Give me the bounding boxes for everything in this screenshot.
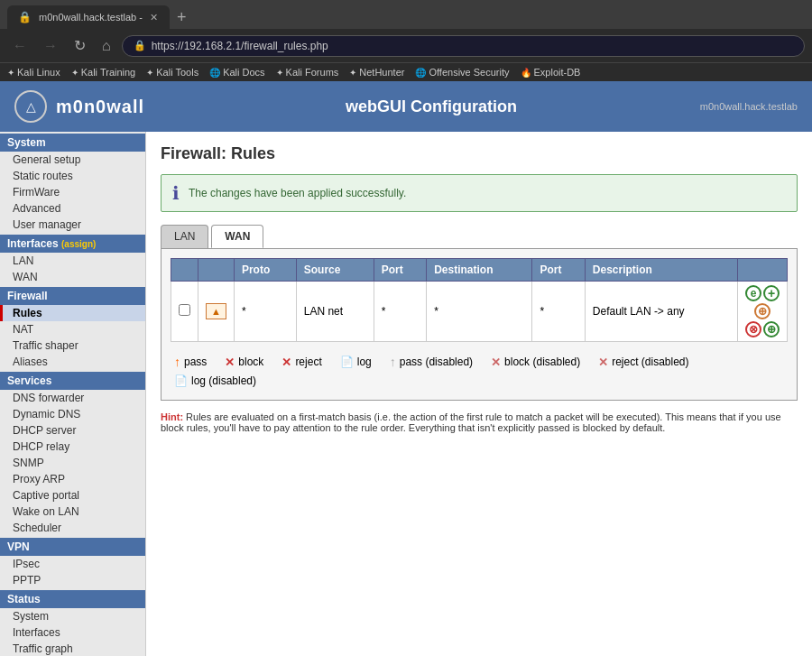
sidebar-item-wake-on-lan[interactable]: Wake on LAN xyxy=(0,504,145,520)
forward-button[interactable]: → xyxy=(38,35,63,57)
sidebar-item-scheduler[interactable]: Scheduler xyxy=(0,520,145,536)
rules-table: Proto Source Port Destination Port Descr… xyxy=(171,258,788,342)
main-content: Firewall: Rules ℹ The changes have been … xyxy=(146,132,812,656)
kali-forums-icon: ✦ xyxy=(276,68,283,78)
sidebar-section-firewall: Firewall xyxy=(0,287,145,305)
bookmark-kali-training[interactable]: ✦ Kali Training xyxy=(71,67,136,78)
sidebar-item-traffic-graph[interactable]: Traffic graph xyxy=(0,641,145,656)
success-text: The changes have been applied successful… xyxy=(189,187,406,199)
row-source: LAN net xyxy=(296,282,374,342)
kali-training-icon: ✦ xyxy=(71,68,78,78)
log-doc-icon: 📄 xyxy=(340,356,354,368)
col-proto: Proto xyxy=(234,259,296,282)
sidebar-section-interfaces: Interfaces (assign) xyxy=(0,235,145,253)
move-rule-button[interactable]: ⊕ xyxy=(763,321,780,337)
pass-arrow-icon: ↑ xyxy=(174,355,180,369)
legend-log-disabled: 📄 log (disabled) xyxy=(174,374,256,387)
tab-lan[interactable]: LAN xyxy=(161,225,208,248)
tab-favicon: 🔒 xyxy=(18,11,32,23)
logo-symbol: △ xyxy=(26,99,36,114)
rules-area: Proto Source Port Destination Port Descr… xyxy=(161,248,798,401)
sidebar-item-traffic-shaper[interactable]: Traffic shaper xyxy=(0,337,145,354)
sidebar-item-lan[interactable]: LAN xyxy=(0,253,145,269)
tab-bar: 🔒 m0n0wall.hack.testlab - ✕ + xyxy=(0,0,812,29)
table-row: ▲ * LAN net * * * Default LAN -> any xyxy=(171,282,788,342)
sidebar-item-pptp[interactable]: PPTP xyxy=(0,572,145,588)
sidebar-item-user-manager[interactable]: User manager xyxy=(0,217,145,233)
header-title-area: webGUI Configuration xyxy=(144,97,700,116)
browser-nav: ← → ↻ ⌂ 🔒 https://192.168.2.1/firewall_r… xyxy=(0,29,812,62)
add-rule-button[interactable]: + xyxy=(763,285,780,301)
info-icon: ℹ xyxy=(172,182,180,204)
sidebar-item-general-setup[interactable]: General setup xyxy=(0,152,145,168)
bookmarks-bar: ✦ Kali Linux ✦ Kali Training ✦ Kali Tool… xyxy=(0,62,812,81)
bookmark-kali-linux[interactable]: ✦ Kali Linux xyxy=(7,67,60,78)
legend: ↑ pass ✕ block ✕ reject 📄 log xyxy=(171,351,788,391)
bookmark-label: NetHunter xyxy=(359,67,404,78)
sidebar-item-dhcp-relay[interactable]: DHCP relay xyxy=(0,439,145,455)
close-tab-button[interactable]: ✕ xyxy=(150,12,158,23)
sidebar-item-status-interfaces[interactable]: Interfaces xyxy=(0,624,145,641)
bookmark-nethunter[interactable]: ✦ NetHunter xyxy=(349,67,404,78)
sidebar-item-firmware[interactable]: FirmWare xyxy=(0,184,145,200)
sidebar-section-vpn: VPN xyxy=(0,538,145,556)
bookmark-kali-docs[interactable]: 🌐 Kali Docs xyxy=(209,67,264,78)
sidebar-item-aliases[interactable]: Aliases xyxy=(0,354,145,370)
row-checkbox[interactable] xyxy=(179,304,190,316)
bookmark-kali-forums[interactable]: ✦ Kali Forums xyxy=(276,67,339,78)
sidebar-section-status: Status xyxy=(0,590,145,608)
sidebar-item-snmp[interactable]: SNMP xyxy=(0,455,145,471)
sidebar-item-captive-portal[interactable]: Captive portal xyxy=(0,487,145,504)
sidebar-item-proxy-arp[interactable]: Proxy ARP xyxy=(0,471,145,487)
sidebar-item-status-system[interactable]: System xyxy=(0,608,145,624)
home-button[interactable]: ⌂ xyxy=(97,35,116,57)
reload-button[interactable]: ↻ xyxy=(69,34,91,57)
sidebar-item-rules[interactable]: Rules xyxy=(0,305,145,321)
sidebar-item-dns-forwarder[interactable]: DNS forwarder xyxy=(0,390,145,406)
copy-rule-button[interactable]: ⊕ xyxy=(754,303,770,319)
page-header: △ m0n0wall webGUI Configuration m0n0wall… xyxy=(0,81,812,132)
legend-reject: ✕ reject xyxy=(281,355,321,369)
sidebar-item-wan[interactable]: WAN xyxy=(0,269,145,285)
sidebar-item-advanced[interactable]: Advanced xyxy=(0,200,145,217)
sidebar-item-static-routes[interactable]: Static routes xyxy=(0,168,145,184)
logo-area: △ m0n0wall xyxy=(14,90,144,123)
col-port-src: Port xyxy=(374,259,426,282)
page-wrapper: △ m0n0wall webGUI Configuration m0n0wall… xyxy=(0,81,812,656)
legend-block-disabled: ✕ block (disabled) xyxy=(491,355,580,369)
sidebar-assign-label[interactable]: (assign) xyxy=(61,239,96,249)
row-port-dst: * xyxy=(532,282,585,342)
legend-pass-disabled-label: pass (disabled) xyxy=(400,356,473,368)
bookmark-offensive-security[interactable]: 🌐 Offensive Security xyxy=(415,67,509,78)
content-wrapper: System General setup Static routes FirmW… xyxy=(0,132,812,656)
address-bar[interactable]: 🔒 https://192.168.2.1/firewall_rules.php xyxy=(122,35,805,57)
legend-log: 📄 log xyxy=(340,355,372,369)
header-hostname: m0n0wall.hack.testlab xyxy=(700,101,798,112)
header-title: webGUI Configuration xyxy=(346,97,517,115)
legend-log-label: log xyxy=(357,356,372,368)
bookmark-exploit-db[interactable]: 🔥 Exploit-DB xyxy=(521,67,581,78)
lock-icon: 🔒 xyxy=(134,40,146,51)
new-tab-button[interactable]: + xyxy=(170,8,194,27)
bookmark-label: Kali Tools xyxy=(156,67,198,78)
reject-disabled-x-icon: ✕ xyxy=(598,356,608,369)
kali-tools-icon: ✦ xyxy=(146,68,153,78)
browser-window: 🔒 m0n0wall.hack.testlab - ✕ + ← → ↻ ⌂ 🔒 … xyxy=(0,0,812,81)
sidebar-item-dynamic-dns[interactable]: Dynamic DNS xyxy=(0,406,145,422)
bookmark-kali-tools[interactable]: ✦ Kali Tools xyxy=(146,67,198,78)
sidebar-section-services: Services xyxy=(0,372,145,390)
block-disabled-x-icon: ✕ xyxy=(491,356,501,369)
block-x-icon: ✕ xyxy=(225,356,235,369)
legend-log-disabled-label: log (disabled) xyxy=(191,374,256,387)
browser-tab[interactable]: 🔒 m0n0wall.hack.testlab - ✕ xyxy=(7,5,170,29)
page-title: Firewall: Rules xyxy=(161,144,798,163)
edit-rule-button[interactable]: e xyxy=(745,285,761,301)
move-up-button[interactable]: ▲ xyxy=(206,303,226,319)
legend-reject-disabled-label: reject (disabled) xyxy=(612,356,688,368)
sidebar-item-ipsec[interactable]: IPsec xyxy=(0,556,145,572)
delete-rule-button[interactable]: ⊗ xyxy=(745,321,761,337)
sidebar-item-nat[interactable]: NAT xyxy=(0,321,145,337)
sidebar-item-dhcp-server[interactable]: DHCP server xyxy=(0,422,145,439)
tab-wan[interactable]: WAN xyxy=(211,225,263,248)
back-button[interactable]: ← xyxy=(7,35,32,57)
